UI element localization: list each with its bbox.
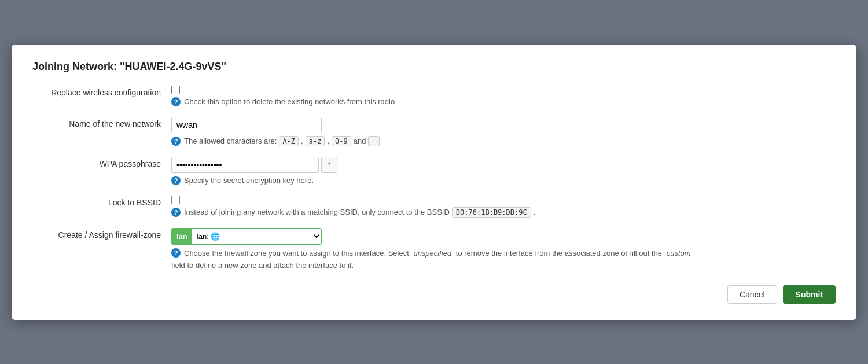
network-name-help: ? The allowed characters are: A-Z, a-z, … [171, 136, 836, 146]
firewall-zone-row: Create / Assign firewall-zone lan lan: 🌐… [32, 228, 836, 271]
replace-wireless-checkbox-row [171, 86, 836, 94]
comma1: , [301, 137, 303, 145]
network-name-content: ? The allowed characters are: A-Z, a-z, … [171, 117, 836, 146]
wpa-passphrase-label: WPA passphrase [32, 157, 171, 168]
help-icon-wpa: ? [171, 176, 181, 185]
cancel-button[interactable]: Cancel [727, 285, 777, 304]
modal-title: Joining Network: "HUAWEI-2.4G-9vVS" [32, 61, 836, 73]
lock-bssid-help: ? Instead of joining any network with a … [171, 207, 836, 218]
wpa-passphrase-input[interactable] [171, 157, 319, 173]
modal-dialog: Joining Network: "HUAWEI-2.4G-9vVS" Repl… [12, 45, 856, 320]
wpa-passphrase-content: * ? Specify the secret encryption key he… [171, 157, 836, 185]
firewall-help-middle: to remove the interface from the associa… [456, 248, 662, 259]
replace-wireless-help-text: Check this option to delete the existing… [184, 97, 397, 106]
firewall-zone-help: ? Choose the firewall zone you want to a… [171, 248, 808, 271]
firewall-help-custom: custom [667, 248, 691, 259]
firewall-badge: lan [172, 229, 192, 244]
lock-bssid-row: Lock to BSSID ? Instead of joining any n… [32, 196, 836, 218]
allowed-chars-4: _ [368, 136, 379, 146]
firewall-help-prefix: Choose the firewall zone you want to ass… [184, 248, 409, 259]
help-icon-network: ? [171, 137, 181, 146]
replace-wireless-content: ? Check this option to delete the existi… [171, 86, 836, 106]
help-and: and [354, 137, 366, 145]
allowed-chars-3: 0-9 [332, 136, 351, 146]
help-icon-bssid: ? [171, 208, 181, 217]
replace-wireless-help: ? Check this option to delete the existi… [171, 97, 836, 106]
firewall-help-unspecified: unspecified [413, 248, 451, 259]
lock-bssid-content: ? Instead of joining any network with a … [171, 196, 836, 218]
firewall-select-wrap: lan lan: 🌐 unspecified custom [171, 228, 322, 245]
lock-bssid-help-suffix: . [534, 208, 536, 216]
network-name-help-prefix: The allowed characters are: [184, 137, 277, 145]
modal-overlay: Joining Network: "HUAWEI-2.4G-9vVS" Repl… [9, 7, 859, 357]
replace-wireless-checkbox[interactable] [171, 86, 180, 94]
allowed-chars-1: A-Z [279, 136, 299, 146]
network-name-label: Name of the new network [32, 117, 171, 128]
comma2: , [327, 137, 329, 145]
network-name-row: Name of the new network ? The allowed ch… [32, 117, 836, 146]
firewall-help-suffix: field to define a new zone and attach th… [171, 260, 354, 271]
firewall-zone-label: Create / Assign firewall-zone [32, 228, 171, 240]
footer-buttons: Cancel Submit [32, 285, 836, 304]
lock-bssid-checkbox-row [171, 196, 836, 204]
replace-wireless-row: Replace wireless configuration ? Check t… [32, 86, 836, 106]
wpa-passphrase-row: WPA passphrase * ? Specify the secret en… [32, 157, 836, 185]
help-icon-firewall: ? [171, 248, 181, 258]
network-name-input[interactable] [171, 117, 322, 133]
help-icon-replace: ? [171, 97, 181, 106]
lock-bssid-checkbox[interactable] [171, 196, 180, 204]
lock-bssid-help-prefix: Instead of joining any network with a ma… [184, 208, 450, 216]
wpa-passphrase-help: ? Specify the secret encryption key here… [171, 176, 836, 185]
replace-wireless-label: Replace wireless configuration [32, 86, 171, 97]
firewall-zone-select[interactable]: lan: 🌐 unspecified custom [192, 229, 321, 244]
submit-button[interactable]: Submit [783, 285, 836, 304]
password-wrap: * [171, 157, 836, 173]
lock-bssid-label: Lock to BSSID [32, 196, 171, 207]
toggle-password-button[interactable]: * [321, 157, 337, 173]
wpa-passphrase-help-text: Specify the secret encryption key here. [184, 176, 314, 185]
firewall-zone-content: lan lan: 🌐 unspecified custom ? Choose t… [171, 228, 836, 271]
bssid-value: B0:76:1B:B9:DB:9C [452, 207, 531, 218]
allowed-chars-2: a-z [306, 136, 325, 146]
